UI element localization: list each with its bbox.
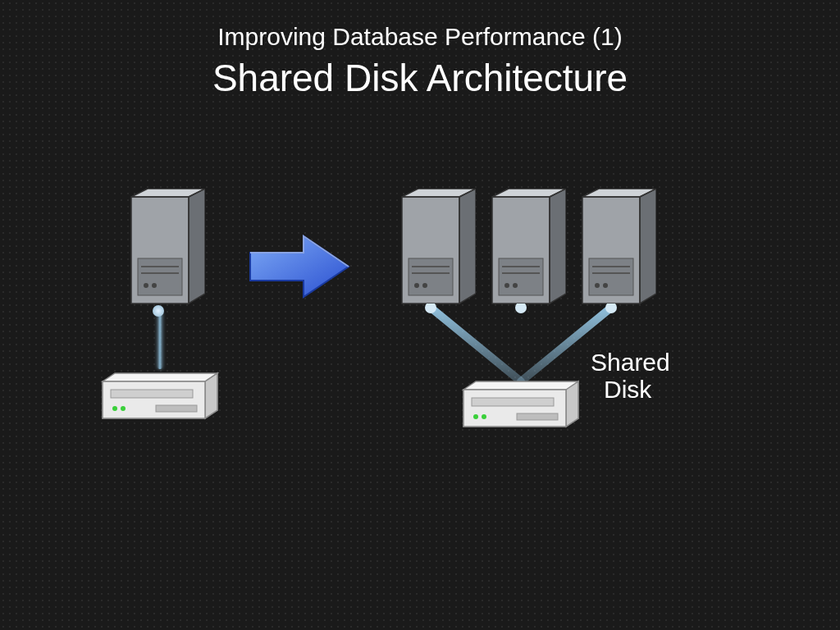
svg-rect-5 xyxy=(103,381,205,418)
svg-point-8 xyxy=(121,406,126,411)
disk-icon xyxy=(459,377,582,427)
svg-point-18 xyxy=(504,283,509,288)
svg-rect-20 xyxy=(589,258,633,295)
svg-rect-9 xyxy=(156,405,197,412)
svg-rect-10 xyxy=(409,258,453,295)
svg-point-4 xyxy=(152,283,157,288)
svg-point-30 xyxy=(473,414,478,419)
svg-point-13 xyxy=(414,283,419,288)
server-icon xyxy=(115,189,205,312)
svg-rect-29 xyxy=(472,398,554,406)
shared-disk-label-line1: Shared xyxy=(591,349,670,376)
slide-subtitle: Improving Database Performance (1) xyxy=(0,23,840,51)
arrow-right-icon xyxy=(246,230,353,304)
svg-point-31 xyxy=(482,414,486,419)
svg-point-19 xyxy=(513,283,518,288)
svg-rect-28 xyxy=(463,390,566,427)
slide-title: Shared Disk Architecture xyxy=(0,56,840,100)
svg-rect-6 xyxy=(111,390,193,398)
shared-disk-label-line2: Disk xyxy=(591,376,670,403)
disk-icon xyxy=(98,369,221,418)
server-icon xyxy=(476,189,566,312)
server-icon xyxy=(386,189,476,312)
svg-point-3 xyxy=(144,283,148,288)
svg-point-23 xyxy=(595,283,600,288)
server-icon xyxy=(566,189,656,312)
diagram: Shared Disk xyxy=(0,164,840,509)
svg-point-24 xyxy=(603,283,608,288)
connector-node-icon xyxy=(153,305,164,317)
svg-point-7 xyxy=(112,406,117,411)
connector-line xyxy=(158,312,162,369)
svg-rect-32 xyxy=(517,413,558,420)
svg-rect-15 xyxy=(499,258,543,295)
svg-point-14 xyxy=(422,283,427,288)
shared-disk-label: Shared Disk xyxy=(591,349,670,403)
svg-rect-0 xyxy=(138,258,182,295)
